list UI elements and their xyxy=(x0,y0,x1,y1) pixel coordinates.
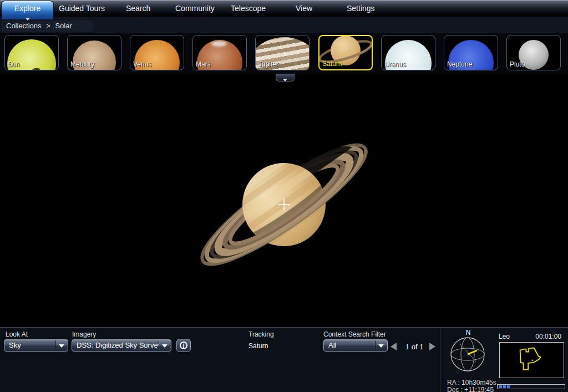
context-prev-icon[interactable] xyxy=(390,343,397,350)
thumbnail-label: Uranus xyxy=(384,60,406,68)
leo-boundary-outline xyxy=(500,343,564,378)
loading-progress-bar xyxy=(497,384,565,389)
breadcrumb-separator: > xyxy=(46,22,50,30)
dec-readout: Dec : +11:19:45 xyxy=(447,386,494,392)
thumbnail-label: Saturn xyxy=(322,60,342,68)
breadcrumb-collections[interactable]: Collections xyxy=(6,22,42,30)
menu-community[interactable]: Community xyxy=(175,4,215,13)
thumbnail-uranus[interactable]: Uranus xyxy=(381,35,435,70)
constellation-minimap xyxy=(499,342,564,378)
dropdown-arrow-icon[interactable] xyxy=(159,340,170,350)
menu-settings[interactable]: Settings xyxy=(347,4,375,13)
menu-search[interactable]: Search xyxy=(126,4,150,13)
thumbnail-label: Mercury xyxy=(70,60,94,68)
orientation-sphere xyxy=(448,335,487,374)
ra-label: RA : xyxy=(447,379,460,386)
collection-thumbnail-strip: Sun Mercury Venus Mars Jupiter Saturn xyxy=(0,33,568,74)
context-next-icon[interactable] xyxy=(429,343,435,350)
thumbnail-mercury[interactable]: Mercury xyxy=(67,35,121,70)
menu-telescope[interactable]: Telescope xyxy=(231,4,266,13)
imagery-value: DSS: Digitized Sky Survey (... xyxy=(77,341,171,349)
thumbnail-pluto[interactable]: Pluto xyxy=(506,35,561,70)
ra-readout: RA : 10h30m45s xyxy=(447,379,496,386)
context-search-filter-label: Context Search Filter xyxy=(323,330,386,338)
breadcrumb-bar: Collections > Solar System > 1 of 2 xyxy=(0,17,568,33)
thumbnail-label: Pluto xyxy=(510,60,525,68)
thumbnail-label: Venus xyxy=(133,60,151,68)
thumbnail-label: Neptune xyxy=(447,60,472,68)
look-at-value: Sky xyxy=(9,341,21,349)
tab-explore-label: Explore xyxy=(2,4,53,13)
menu-view[interactable]: View xyxy=(296,4,312,13)
imagery-label: Imagery xyxy=(72,330,96,338)
thumbnail-jupiter[interactable]: Jupiter xyxy=(255,35,310,70)
imagery-select[interactable]: DSS: Digitized Sky Survey (... xyxy=(72,339,171,352)
worldwide-telescope-window: Explore Guided Tours Search Community Te… xyxy=(0,0,568,392)
thumbnail-mars[interactable]: Mars xyxy=(192,35,247,70)
pointer-arrow-icon xyxy=(468,350,477,354)
tracking-value: Saturn xyxy=(248,342,268,350)
dec-value: +11:19:45 xyxy=(464,386,494,392)
thumbnail-label: Mars xyxy=(196,60,211,68)
menu-guided-tours[interactable]: Guided Tours xyxy=(59,4,105,13)
menu-bar: Explore Guided Tours Search Community Te… xyxy=(0,0,568,17)
ra-value: 10h30m45s xyxy=(462,379,496,386)
collapse-thumbnails-button[interactable] xyxy=(276,74,295,82)
look-at-select[interactable]: Sky xyxy=(4,339,68,352)
thumbnail-neptune[interactable]: Neptune xyxy=(444,35,498,70)
dropdown-arrow-icon[interactable] xyxy=(375,340,387,350)
context-filter-select[interactable]: All xyxy=(323,339,388,352)
context-filter-value: All xyxy=(328,341,336,349)
thumbnail-venus[interactable]: Venus xyxy=(130,35,184,70)
clock-readout: 00:01:00 xyxy=(535,333,561,340)
dec-label: Dec : xyxy=(447,386,463,392)
dropdown-arrow-icon[interactable] xyxy=(55,340,67,350)
sky-viewer[interactable] xyxy=(0,74,568,327)
thumbnail-sun[interactable]: Sun xyxy=(4,35,59,70)
thumbnail-label: Jupiter xyxy=(258,60,278,68)
thumbnail-saturn[interactable]: Saturn xyxy=(318,35,373,70)
look-at-label: Look At xyxy=(6,330,28,338)
explore-caret-icon xyxy=(26,18,30,21)
constellation-label: Leo xyxy=(499,333,510,340)
saturn-render xyxy=(0,74,568,327)
field-of-view-dot xyxy=(532,360,534,362)
panel-divider xyxy=(440,328,440,392)
thumbnail-label: Sun xyxy=(8,60,19,68)
imagery-info-button[interactable]: i xyxy=(176,339,191,352)
collapse-arrow-icon xyxy=(283,79,287,82)
context-page-indicator: 1 of 1 xyxy=(405,343,424,351)
tracking-label: Tracking xyxy=(248,330,274,338)
tab-explore[interactable]: Explore xyxy=(1,1,54,19)
info-icon: i xyxy=(180,342,187,349)
